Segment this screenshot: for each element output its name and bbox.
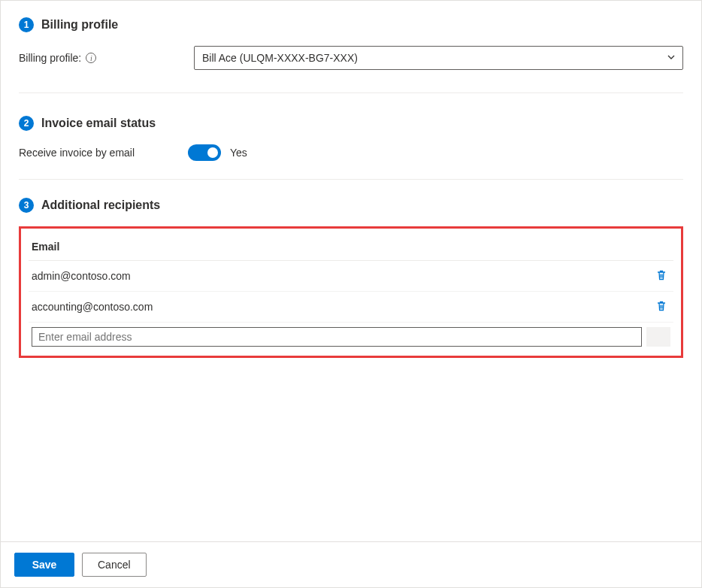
toggle-thumb bbox=[207, 147, 218, 158]
step-badge-2: 2 bbox=[19, 116, 34, 131]
trash-icon bbox=[655, 269, 667, 283]
email-input[interactable] bbox=[32, 327, 642, 347]
content-area: 1 Billing profile Billing profile: i Bil… bbox=[1, 1, 701, 541]
section-header: 1 Billing profile bbox=[19, 17, 683, 32]
page-container: 1 Billing profile Billing profile: i Bil… bbox=[0, 0, 702, 588]
recipient-email-cell: admin@contoso.com bbox=[32, 270, 652, 282]
step-badge-1: 1 bbox=[19, 17, 34, 32]
section-header: 2 Invoice email status bbox=[19, 116, 683, 131]
section-title-additional-recipients: Additional recipients bbox=[41, 199, 160, 212]
billing-profile-select[interactable]: Bill Ace (ULQM-XXXX-BG7-XXX) bbox=[194, 46, 683, 70]
footer: Save Cancel bbox=[1, 541, 701, 587]
save-button[interactable]: Save bbox=[14, 553, 74, 577]
column-header-email: Email bbox=[29, 236, 673, 261]
billing-profile-label: Billing profile: bbox=[19, 52, 81, 64]
recipients-table: Email admin@contoso.com accounti bbox=[29, 236, 673, 348]
section-billing-profile: 1 Billing profile Billing profile: i Bil… bbox=[19, 17, 683, 92]
section-additional-recipients: 3 Additional recipients Email admin@cont… bbox=[19, 180, 683, 380]
section-title-billing-profile: Billing profile bbox=[41, 18, 118, 32]
toggle-state-label: Yes bbox=[230, 147, 247, 159]
input-action-spacer bbox=[646, 327, 670, 347]
section-header: 3 Additional recipients bbox=[19, 198, 683, 213]
receive-invoice-toggle[interactable] bbox=[188, 144, 221, 161]
info-icon[interactable]: i bbox=[86, 53, 96, 63]
recipient-email-cell: accounting@contoso.com bbox=[32, 301, 652, 313]
table-row: admin@contoso.com bbox=[29, 261, 673, 292]
billing-profile-value: Bill Ace (ULQM-XXXX-BG7-XXX) bbox=[202, 52, 358, 64]
receive-invoice-label: Receive invoice by email bbox=[19, 147, 135, 159]
billing-profile-select-wrap: Bill Ace (ULQM-XXXX-BG7-XXX) bbox=[194, 46, 683, 70]
trash-icon bbox=[655, 300, 667, 314]
recipients-highlight-box: Email admin@contoso.com accounti bbox=[19, 226, 683, 358]
delete-recipient-button[interactable] bbox=[652, 267, 670, 285]
step-badge-3: 3 bbox=[19, 198, 34, 213]
cancel-button[interactable]: Cancel bbox=[82, 553, 147, 577]
table-row: accounting@contoso.com bbox=[29, 292, 673, 323]
section-invoice-email-status: 2 Invoice email status Receive invoice b… bbox=[19, 93, 683, 179]
email-input-row bbox=[29, 323, 673, 348]
field-label-cell: Receive invoice by email bbox=[19, 147, 188, 159]
section-title-invoice-email: Invoice email status bbox=[41, 117, 156, 130]
receive-invoice-row: Receive invoice by email Yes bbox=[19, 144, 683, 161]
field-label-cell: Billing profile: i bbox=[19, 52, 188, 64]
delete-recipient-button[interactable] bbox=[652, 298, 670, 316]
billing-profile-row: Billing profile: i Bill Ace (ULQM-XXXX-B… bbox=[19, 46, 683, 70]
